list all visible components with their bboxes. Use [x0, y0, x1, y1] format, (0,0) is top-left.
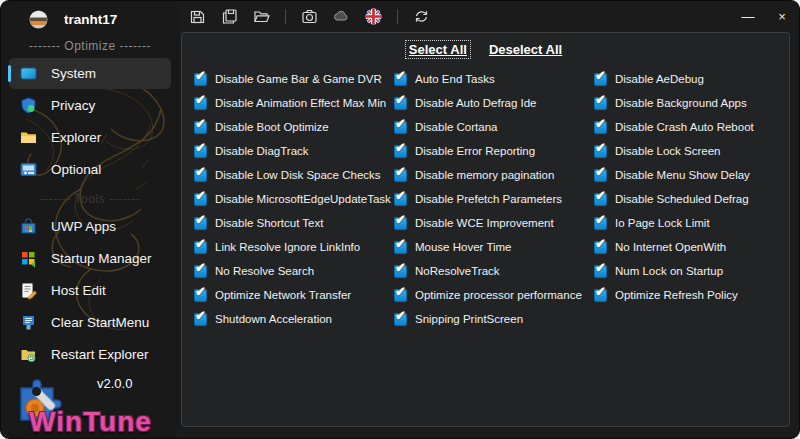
checkbox-checked-icon[interactable]	[594, 121, 607, 134]
tweak-checkbox-optimize-network-transfer[interactable]: Optimize Network Transfer	[194, 288, 394, 302]
sidebar-footer: v2.0.0 WinTune	[11, 368, 173, 434]
checkbox-checked-icon[interactable]	[394, 217, 407, 230]
checkbox-checked-icon[interactable]	[194, 265, 207, 278]
checkbox-checked-icon[interactable]	[394, 73, 407, 86]
close-button[interactable]: ×	[765, 1, 799, 31]
sidebar-item-label: Explorer	[51, 130, 101, 145]
minimize-button[interactable]: —	[731, 1, 765, 31]
checkbox-checked-icon[interactable]	[594, 73, 607, 86]
checkbox-checked-icon[interactable]	[594, 217, 607, 230]
explorer-icon	[19, 128, 38, 147]
tweak-checkbox-optimize-refresh-policy[interactable]: Optimize Refresh Policy	[594, 288, 782, 302]
save-icon[interactable]	[189, 8, 206, 25]
checkbox-checked-icon[interactable]	[394, 313, 407, 326]
checkbox-checked-icon[interactable]	[594, 289, 607, 302]
tweak-label: Disable Menu Show Delay	[615, 169, 750, 181]
language-flag-icon[interactable]	[365, 8, 382, 25]
checkbox-checked-icon[interactable]	[194, 145, 207, 158]
tweak-checkbox-disable-microsoftedgeupdatetask[interactable]: Disable MicrosoftEdgeUpdateTask	[194, 192, 394, 206]
checkbox-checked-icon[interactable]	[194, 313, 207, 326]
tweak-checkbox-disable-menu-show-delay[interactable]: Disable Menu Show Delay	[594, 168, 782, 182]
checkbox-checked-icon[interactable]	[194, 121, 207, 134]
checkbox-checked-icon[interactable]	[394, 241, 407, 254]
user-avatar	[29, 10, 48, 29]
tweak-checkbox-link-resolve-ignore-linkinfo[interactable]: Link Resolve Ignore LinkInfo	[194, 240, 394, 254]
tweak-checkbox-disable-crash-auto-reboot[interactable]: Disable Crash Auto Reboot	[594, 120, 782, 134]
sidebar-item-privacy[interactable]: Privacy	[9, 90, 171, 121]
checkbox-checked-icon[interactable]	[194, 217, 207, 230]
tweak-label: Auto End Tasks	[415, 73, 495, 85]
tweak-checkbox-disable-lock-screen[interactable]: Disable Lock Screen	[594, 144, 782, 158]
tweak-checkbox-disable-boot-optimize[interactable]: Disable Boot Optimize	[194, 120, 394, 134]
tweak-label: NoResolveTrack	[415, 265, 500, 277]
tweak-checkbox-disable-error-reporting[interactable]: Disable Error Reporting	[394, 144, 594, 158]
tweak-label: Optimize Network Transfer	[215, 289, 351, 301]
checkbox-checked-icon[interactable]	[394, 121, 407, 134]
open-folder-icon[interactable]	[253, 8, 270, 25]
refresh-icon[interactable]	[413, 8, 430, 25]
tweak-label: Disable Animation Effect Max Min	[215, 97, 386, 109]
checkbox-checked-icon[interactable]	[394, 145, 407, 158]
tweak-checkbox-disable-animation-effect-max-min[interactable]: Disable Animation Effect Max Min	[194, 96, 394, 110]
tweak-checkbox-disable-low-disk-space-checks[interactable]: Disable Low Disk Space Checks	[194, 168, 394, 182]
checkbox-checked-icon[interactable]	[194, 241, 207, 254]
checkbox-checked-icon[interactable]	[194, 193, 207, 206]
camera-icon[interactable]	[301, 8, 318, 25]
checkbox-checked-icon[interactable]	[394, 97, 407, 110]
tweak-label: Link Resolve Ignore LinkInfo	[215, 241, 360, 253]
tweak-checkbox-mouse-hover-time[interactable]: Mouse Hover Time	[394, 240, 594, 254]
select-all-link[interactable]: Select All	[406, 41, 470, 58]
tweak-checkbox-no-resolve-search[interactable]: No Resolve Search	[194, 264, 394, 278]
sidebar-item-label: UWP Apps	[51, 219, 116, 234]
tweak-checkbox-shutdown-acceleration[interactable]: Shutdown Acceleration	[194, 312, 394, 326]
tweak-checkbox-disable-scheduled-defrag[interactable]: Disable Scheduled Defrag	[594, 192, 782, 206]
tweak-checkbox-num-lock-on-startup[interactable]: Num Lock on Startup	[594, 264, 782, 278]
checkbox-checked-icon[interactable]	[594, 193, 607, 206]
checkbox-checked-icon[interactable]	[594, 265, 607, 278]
tweak-checkbox-disable-game-bar-game-dvr[interactable]: Disable Game Bar & Game DVR	[194, 72, 394, 86]
tweak-checkbox-disable-shortcut-text[interactable]: Disable Shortcut Text	[194, 216, 394, 230]
checkbox-checked-icon[interactable]	[394, 193, 407, 206]
tweak-checkbox-noresolvetrack[interactable]: NoResolveTrack	[394, 264, 594, 278]
sidebar-item-host-edit[interactable]: Host Edit	[9, 275, 171, 306]
checkbox-checked-icon[interactable]	[594, 169, 607, 182]
save-copy-icon[interactable]	[221, 8, 238, 25]
checkbox-checked-icon[interactable]	[394, 289, 407, 302]
sidebar-item-restart-explorer[interactable]: Restart Explorer	[9, 339, 171, 370]
deselect-all-link[interactable]: Deselect All	[486, 41, 565, 58]
sidebar-item-uwp-apps[interactable]: UWP Apps	[9, 211, 171, 242]
sidebar-item-explorer[interactable]: Explorer	[9, 122, 171, 153]
sidebar-item-startup-manager[interactable]: Startup Manager	[9, 243, 171, 274]
checkbox-checked-icon[interactable]	[594, 241, 607, 254]
tweak-checkbox-auto-end-tasks[interactable]: Auto End Tasks	[394, 72, 594, 86]
user-profile[interactable]: tranht17	[1, 1, 179, 33]
theme-icon[interactable]	[333, 8, 350, 25]
sidebar-item-optional[interactable]: Optional	[9, 154, 171, 185]
checkbox-checked-icon[interactable]	[594, 97, 607, 110]
tweak-checkbox-io-page-lock-limit[interactable]: Io Page Lock Limit	[594, 216, 782, 230]
checkbox-checked-icon[interactable]	[394, 169, 407, 182]
tweak-checkbox-disable-diagtrack[interactable]: Disable DiagTrack	[194, 144, 394, 158]
checkbox-checked-icon[interactable]	[194, 73, 207, 86]
checkbox-checked-icon[interactable]	[394, 265, 407, 278]
toolbar-divider	[285, 9, 286, 24]
tweak-label: Disable WCE Improvement	[415, 217, 554, 229]
tweak-checkbox-disable-background-apps[interactable]: Disable Background Apps	[594, 96, 782, 110]
sidebar-item-clear-startmenu[interactable]: Clear StartMenu	[9, 307, 171, 338]
tweak-checkbox-no-internet-openwith[interactable]: No Internet OpenWith	[594, 240, 782, 254]
tweak-checkbox-disable-prefetch-parameters[interactable]: Disable Prefetch Parameters	[394, 192, 594, 206]
checkbox-checked-icon[interactable]	[194, 289, 207, 302]
sidebar-item-system[interactable]: System	[9, 58, 171, 89]
checkbox-checked-icon[interactable]	[594, 145, 607, 158]
tweak-checkbox-optimize-processor-performance[interactable]: Optimize processor performance	[394, 288, 594, 302]
tweak-label: Mouse Hover Time	[415, 241, 512, 253]
checkbox-checked-icon[interactable]	[194, 169, 207, 182]
tweak-checkbox-disable-memory-pagination[interactable]: Disable memory pagination	[394, 168, 594, 182]
tweak-checkbox-disable-cortana[interactable]: Disable Cortana	[394, 120, 594, 134]
tweak-checkbox-snipping-printscreen[interactable]: Snipping PrintScreen	[394, 312, 594, 326]
tweak-checkbox-disable-wce-improvement[interactable]: Disable WCE Improvement	[394, 216, 594, 230]
tweak-label: Disable Lock Screen	[615, 145, 720, 157]
tweak-checkbox-disable-aedebug[interactable]: Disable AeDebug	[594, 72, 782, 86]
tweak-checkbox-disable-auto-defrag-ide[interactable]: Disable Auto Defrag Ide	[394, 96, 594, 110]
checkbox-checked-icon[interactable]	[194, 97, 207, 110]
